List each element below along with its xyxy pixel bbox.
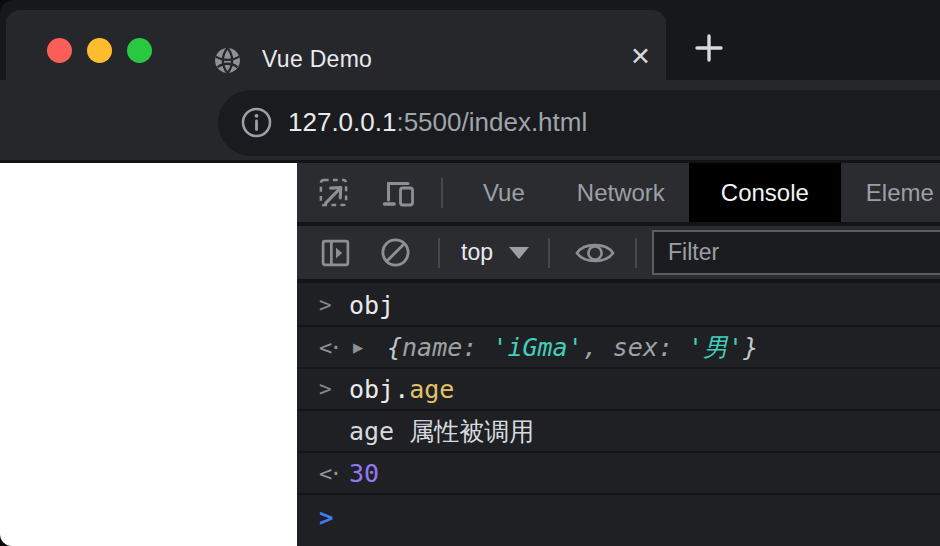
tab-console-active[interactable]: Console	[689, 163, 841, 222]
url-field[interactable]: 127.0.0.1:5500/index.html	[218, 90, 940, 156]
tab-panel: Vue Demo ✕	[6, 10, 666, 80]
command-chevron-icon: >	[319, 377, 347, 401]
console-log-row: age 属性被调用	[297, 411, 940, 453]
live-expression-eye-icon[interactable]	[574, 238, 616, 268]
toolbar-separator	[438, 238, 440, 268]
globe-icon	[213, 46, 242, 75]
tab-close-icon[interactable]: ✕	[630, 42, 651, 71]
result-number-value: 30	[349, 459, 379, 488]
prompt-chevron-icon: >	[319, 504, 333, 532]
filter-input[interactable]	[652, 230, 940, 275]
command-expression: obj	[349, 291, 394, 320]
toolbar-separator	[548, 238, 550, 268]
tab-console-label: Console	[721, 179, 809, 207]
toolbar-separator	[441, 178, 443, 208]
returned-value-icon: <·	[319, 335, 347, 360]
url-path: :5500/index.html	[396, 107, 587, 137]
object-expander-icon[interactable]: ▶	[353, 337, 375, 357]
context-selector[interactable]: top	[461, 239, 493, 266]
page-content	[0, 163, 297, 546]
traffic-zoom-button[interactable]	[127, 38, 152, 63]
object-preview: {name: 'iGma', sex: '男'}	[387, 331, 758, 364]
returned-value-icon: <·	[319, 461, 347, 486]
command-expression: obj.age	[349, 375, 454, 404]
command-chevron-icon: >	[319, 293, 347, 317]
tab-network[interactable]: Network	[577, 179, 665, 207]
console-sidebar-icon[interactable]	[320, 237, 351, 268]
tab-strip: Vue Demo ✕	[0, 0, 940, 80]
devtools-panel: Vue Network Console Eleme	[297, 163, 940, 546]
browser-window: Vue Demo ✕	[0, 0, 940, 546]
tab-elements[interactable]: Eleme	[866, 179, 934, 207]
url-text: 127.0.0.1:5500/index.html	[288, 90, 587, 154]
traffic-minimize-button[interactable]	[87, 38, 112, 63]
console-result-row: <· 30	[297, 453, 940, 495]
toolbar-separator	[635, 238, 637, 268]
console-command-row: > obj	[297, 285, 940, 327]
new-tab-button[interactable]	[692, 31, 726, 65]
console-command-row: > obj.age	[297, 369, 940, 411]
console-result-row: <· ▶ {name: 'iGma', sex: '男'}	[297, 327, 940, 369]
log-message: age 属性被调用	[349, 415, 534, 448]
info-icon[interactable]	[239, 105, 274, 140]
console-toolbar: top	[297, 226, 940, 283]
console-prompt-row[interactable]: >	[297, 495, 940, 541]
inspect-element-icon[interactable]	[318, 177, 349, 208]
url-host: 127.0.0.1	[288, 107, 396, 137]
console-log: > obj <· ▶ {name: 'iGma', sex: '男'} > ob…	[297, 283, 940, 546]
window-content: Vue Network Console Eleme	[0, 163, 940, 546]
address-bar: 127.0.0.1:5500/index.html	[0, 80, 940, 163]
context-dropdown-icon[interactable]	[509, 247, 529, 259]
device-toolbar-icon[interactable]	[381, 177, 417, 209]
tab-title: Vue Demo	[262, 46, 372, 73]
tab-vue[interactable]: Vue	[483, 179, 525, 207]
clear-console-icon[interactable]	[379, 236, 412, 269]
traffic-close-button[interactable]	[47, 38, 72, 63]
devtools-tabbar: Vue Network Console Eleme	[297, 163, 940, 226]
